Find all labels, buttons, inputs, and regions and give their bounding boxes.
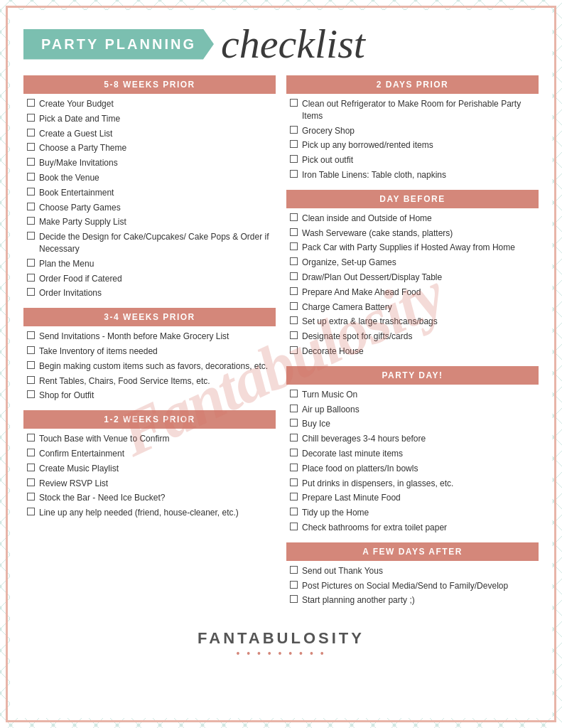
checkbox[interactable]	[290, 302, 298, 310]
list-item: Draw/Plan Out Dessert/Display Table	[290, 272, 535, 284]
checkbox[interactable]	[27, 217, 35, 225]
checkbox[interactable]	[290, 140, 298, 148]
checkbox[interactable]	[27, 114, 35, 122]
section-header-3-4: 3-4 WEEKS PRIOR	[23, 308, 276, 326]
page: Fantabulosity PARTY PLANNING checklist 5…	[0, 0, 562, 728]
checkbox[interactable]	[290, 316, 298, 324]
list-item: Designate spot for gifts/cards	[290, 331, 535, 343]
list-item: Take Inventory of items needed	[27, 346, 272, 358]
checkbox[interactable]	[290, 170, 298, 178]
checkbox[interactable]	[27, 464, 35, 471]
footer-dots: • • • • • • • • •	[23, 648, 539, 659]
checkbox[interactable]	[290, 405, 298, 412]
checkbox[interactable]	[290, 581, 298, 589]
checkbox[interactable]	[290, 464, 298, 471]
list-item: Check bathrooms for extra toilet paper	[290, 522, 535, 534]
checkbox[interactable]	[27, 203, 35, 210]
checklist-3-4: Send Invitations - Month before Make Gro…	[23, 331, 276, 402]
list-item: Review RSVP List	[27, 478, 272, 490]
checkbox[interactable]	[290, 155, 298, 163]
section-weeks-1-2: 1-2 WEEKS PRIOR Touch Base with Venue to…	[23, 410, 276, 519]
section-header-party-day: PARTY DAY!	[286, 366, 539, 385]
list-item: Decorate last minute items	[290, 448, 535, 460]
footer: FANTABULOSITY • • • • • • • • •	[23, 626, 539, 659]
section-header-1-2: 1-2 WEEKS PRIOR	[23, 410, 276, 429]
checkbox[interactable]	[290, 595, 298, 603]
checkbox[interactable]	[290, 478, 298, 486]
checkbox[interactable]	[27, 188, 35, 196]
footer-brand: FANTABULOSITY	[23, 629, 539, 648]
checklist-day-before: Clean inside and Outside of Home Wash Se…	[286, 213, 539, 358]
list-item: Create Music Playlist	[27, 463, 272, 475]
list-item: Send Invitations - Month before Make Gro…	[27, 331, 272, 343]
section-days-2: 2 DAYS PRIOR Clean out Refrigerator to M…	[286, 75, 539, 181]
checkbox[interactable]	[290, 228, 298, 236]
checkbox[interactable]	[290, 257, 298, 265]
section-header-days-2: 2 DAYS PRIOR	[286, 75, 539, 94]
section-days-after: A FEW DAYS AFTER Send out Thank Yous Pos…	[286, 542, 539, 606]
checkbox[interactable]	[290, 493, 298, 500]
checkbox[interactable]	[290, 419, 298, 427]
list-item: Prepare And Make Ahead Food	[290, 287, 535, 299]
checkbox[interactable]	[27, 331, 35, 339]
section-header-day-before: DAY BEFORE	[286, 190, 539, 208]
checklist-days-2: Clean out Refrigerator to Make Room for …	[286, 98, 539, 181]
list-item: Begin making custom items such as favors…	[27, 360, 272, 373]
list-item: Turn Music On	[290, 389, 535, 401]
checklist-days-after: Send out Thank Yous Post Pictures on Soc…	[286, 565, 539, 606]
checkbox[interactable]	[27, 376, 35, 384]
checkbox[interactable]	[27, 434, 35, 441]
section-weeks-3-4: 3-4 WEEKS PRIOR Send Invitations - Month…	[23, 308, 276, 402]
checkbox[interactable]	[27, 508, 35, 515]
checkbox[interactable]	[27, 390, 35, 398]
list-item: Confirm Entertainment	[27, 448, 272, 460]
checkbox[interactable]	[290, 126, 298, 134]
list-item: Choose Party Games	[27, 202, 272, 214]
checkbox[interactable]	[27, 99, 35, 107]
checklist-party-day: Turn Music On Air up Balloons Buy Ice Ch…	[286, 389, 539, 534]
list-item: Start planning another party ;)	[290, 594, 535, 606]
checkbox[interactable]	[290, 449, 298, 456]
checkbox[interactable]	[27, 449, 35, 456]
checkbox[interactable]	[290, 566, 298, 574]
checkbox[interactable]	[290, 242, 298, 250]
checkbox[interactable]	[27, 173, 35, 181]
list-item: Choose a Party Theme	[27, 142, 272, 154]
checkbox[interactable]	[290, 287, 298, 295]
list-item: Iron Table Linens: Table cloth, napkins	[290, 169, 535, 181]
checkbox[interactable]	[27, 361, 35, 369]
list-item: Order Invitations	[27, 287, 272, 299]
checkbox[interactable]	[27, 346, 35, 354]
checklist-1-2: Touch Base with Venue to Confirm Confirm…	[23, 433, 276, 519]
list-item: Stock the Bar - Need Ice Bucket?	[27, 492, 272, 504]
checkbox[interactable]	[27, 232, 35, 240]
checkbox[interactable]	[290, 99, 298, 107]
checkbox[interactable]	[290, 272, 298, 280]
checkbox[interactable]	[27, 129, 35, 136]
list-item: Rent Tables, Chairs, Food Service Items,…	[27, 375, 272, 387]
checkbox[interactable]	[290, 523, 298, 530]
checklist-script: checklist	[221, 23, 365, 65]
checkbox[interactable]	[27, 288, 35, 296]
checkbox[interactable]	[27, 493, 35, 500]
checkbox[interactable]	[290, 331, 298, 339]
checkbox[interactable]	[290, 346, 298, 354]
checkbox[interactable]	[27, 478, 35, 486]
list-item: Decide the Design for Cake/Cupcakes/ Cak…	[27, 231, 272, 255]
list-item: Line up any help needed (friend, house-c…	[27, 507, 272, 519]
list-item: Shop for Outfit	[27, 390, 272, 402]
checkbox[interactable]	[27, 143, 35, 151]
list-item: Prepare Last Minute Food	[290, 492, 535, 504]
list-item: Book the Venue	[27, 172, 272, 184]
list-item: Place food on platters/In bowls	[290, 463, 535, 475]
list-item: Buy/Make Invitations	[27, 157, 272, 169]
list-item: Create a Guest List	[27, 128, 272, 140]
checkbox[interactable]	[27, 158, 35, 166]
checkbox[interactable]	[290, 434, 298, 441]
checkbox[interactable]	[27, 259, 35, 267]
checkbox[interactable]	[290, 213, 298, 221]
checkbox[interactable]	[290, 508, 298, 515]
section-weeks-5-8: 5-8 WEEKS PRIOR Create Your Budget Pick …	[23, 75, 276, 299]
checkbox[interactable]	[27, 274, 35, 282]
checkbox[interactable]	[290, 390, 298, 397]
